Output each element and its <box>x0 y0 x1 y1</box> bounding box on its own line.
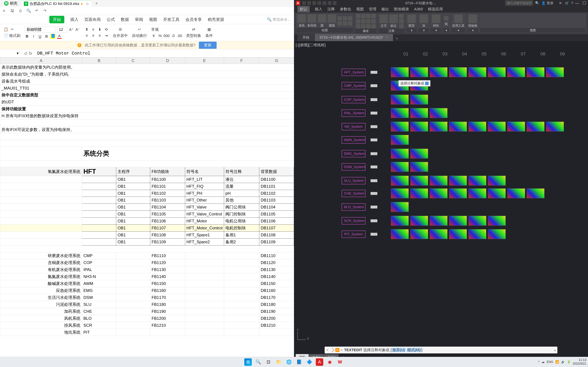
wps-taskbar-icon[interactable]: W <box>336 358 344 366</box>
autocad-taskbar-icon[interactable]: A <box>316 358 323 366</box>
table-row[interactable]: 含铜废水处理系统COPFB1120DB1120 <box>0 259 294 266</box>
drawing-thumbnail[interactable] <box>468 108 486 118</box>
table-row[interactable]: 应急处理系统EMGFB1160DB1160 <box>0 287 294 294</box>
percent-icon[interactable]: % <box>158 33 163 38</box>
cell[interactable]: 符号注释 <box>224 167 259 176</box>
cell[interactable]: 表示此数据块内的变量为PLC内部使用。 <box>0 64 294 71</box>
drawing-thumbnail[interactable] <box>410 162 428 172</box>
table-row[interactable]: OB1FB1100HFT_LIT液位DB1100 <box>0 176 294 183</box>
acad-search[interactable]: 键入关键字或短语 <box>505 0 533 6</box>
system-label[interactable]: PIT_System <box>342 231 365 238</box>
mini-tool-icon[interactable] <box>366 14 371 18</box>
tool-dimension[interactable]: 标注 <box>389 15 398 28</box>
drawing-thumbnail[interactable] <box>507 67 525 77</box>
align-center-icon[interactable]: ≡ <box>91 33 96 38</box>
panel-title[interactable]: 注释 <box>378 29 405 33</box>
panel-title[interactable]: 绘图 <box>296 28 353 33</box>
wrap-icon[interactable]: ↵ <box>137 27 142 32</box>
drawing-thumbnail[interactable] <box>410 122 428 132</box>
print-icon[interactable]: ⎙ <box>18 8 23 13</box>
drawing-thumbnail[interactable] <box>430 229 448 239</box>
menu-insert[interactable]: 插入 <box>315 7 322 12</box>
drawing-thumbnail[interactable] <box>391 202 409 212</box>
mini-tool-icon[interactable] <box>361 24 365 29</box>
redo-icon[interactable] <box>333 1 337 5</box>
drawing-thumbnail[interactable] <box>430 95 448 104</box>
drawing-thumbnail[interactable] <box>410 67 428 77</box>
modify-tools[interactable] <box>356 14 376 29</box>
mini-tool-icon[interactable] <box>399 14 404 18</box>
battery-icon[interactable]: 🔋 <box>567 360 571 364</box>
menu-view[interactable]: 视图 <box>149 17 157 22</box>
system-row[interactable]: EMG_System████ <box>342 148 564 159</box>
system-label[interactable]: BLO_System <box>342 203 365 211</box>
drawing-thumbnail[interactable] <box>468 162 486 172</box>
indent-icon[interactable]: ⇥ <box>104 33 109 38</box>
type-conv-label[interactable]: 类型转换 <box>186 33 201 38</box>
dec-font-icon[interactable]: A⁻ <box>75 27 80 32</box>
drawing-thumbnail[interactable] <box>507 108 525 118</box>
drawing-thumbnail[interactable] <box>391 216 409 226</box>
align-left-icon[interactable]: ≡ <box>84 33 89 38</box>
col-header[interactable]: G <box>259 58 294 64</box>
plot-icon[interactable] <box>323 1 326 5</box>
mini-tool-icon[interactable] <box>337 16 342 21</box>
panel-title[interactable]: 视图 <box>480 28 586 33</box>
cart-icon[interactable]: 🛒 <box>565 1 569 5</box>
menu-vip[interactable]: 会员专享 <box>185 17 202 22</box>
system-row[interactable]: DSW_System████ <box>342 161 564 173</box>
drawing-thumbnail[interactable] <box>488 108 506 118</box>
tool-arc[interactable]: 圆弧 <box>328 14 336 27</box>
chevron-down-icon[interactable]: ▾ <box>341 349 343 352</box>
drawing-thumbnail[interactable] <box>468 229 486 239</box>
system-label[interactable]: SLU_System <box>342 177 365 184</box>
cell[interactable]: 所有IFIX可设定参数，设置为掉电保持。 <box>0 126 294 133</box>
drawing-thumbnail[interactable] <box>507 149 525 158</box>
table-row[interactable]: 研磨废水处理系统CMPFB1110DB1110 <box>0 252 294 259</box>
undo-icon[interactable]: ↶ <box>34 8 39 13</box>
drawing-thumbnail[interactable] <box>430 149 448 158</box>
redo-icon[interactable]: ↷ <box>43 8 47 13</box>
panel-title[interactable]: ▾ <box>467 28 478 33</box>
drawing-thumbnail[interactable] <box>527 67 545 77</box>
drawing-thumbnail[interactable] <box>507 162 525 172</box>
dec-inc-icon[interactable]: .0 <box>171 33 175 38</box>
panel-title[interactable]: ▾ <box>406 28 417 33</box>
update-button[interactable]: 更新 <box>199 42 216 49</box>
cell[interactable]: 保持功能设置 <box>0 106 294 112</box>
drawing-thumbnail[interactable] <box>468 188 486 198</box>
cmd-expand-icon[interactable]: ▴ <box>554 349 556 352</box>
drawing-thumbnail[interactable] <box>468 176 486 185</box>
cell[interactable]: FB功能块 <box>150 167 185 176</box>
drawing-thumbnail[interactable] <box>410 229 428 239</box>
mini-tool-icon[interactable] <box>356 19 360 24</box>
drawing-thumbnail[interactable] <box>449 162 467 172</box>
tool-text[interactable]: 文字 <box>380 15 388 28</box>
wps-tab-daoke[interactable]: 稻 稻壳 <box>2 0 20 7</box>
maximize-icon[interactable]: ☐ <box>583 1 586 5</box>
drawing-thumbnail[interactable] <box>391 135 409 145</box>
table-row[interactable]: OB1FB1106HFT_Motor电机公用块DB1106 <box>0 218 294 225</box>
table-row[interactable]: OB1FB1103HFT_Other其他DB1103 <box>0 197 294 204</box>
menu-featured[interactable]: 精选应用 <box>428 7 443 12</box>
fx-label[interactable]: ⊙ fx <box>20 51 35 56</box>
drawing-thumbnail[interactable] <box>488 122 506 132</box>
doc-tab-start[interactable]: 开始 <box>297 34 314 41</box>
type-conv-icon[interactable]: ⇄ <box>191 27 196 32</box>
draw-mini-tools[interactable] <box>337 16 352 26</box>
drawing-thumbnail[interactable] <box>546 188 564 198</box>
mini-tool-icon[interactable] <box>399 19 404 24</box>
col-header[interactable]: C <box>116 58 150 64</box>
system-label[interactable]: CHE_System <box>342 190 365 197</box>
table-row[interactable]: OB1FB1108HFT_Spare1备用1DB1108 <box>0 232 294 239</box>
menu-res[interactable]: 稻壳资源 <box>208 17 224 22</box>
drawing-thumbnail[interactable] <box>546 202 564 212</box>
drawing-thumbnail[interactable] <box>488 81 506 91</box>
explorer-icon[interactable]: 📁 <box>275 358 282 366</box>
col-header[interactable]: B <box>82 58 116 64</box>
system-label[interactable]: COP_System <box>342 96 365 103</box>
wps-tab-file[interactable]: S 合肥晶合PLC IO list 0919.xlsx ● ⊖ <box>21 0 91 7</box>
table-row[interactable]: 生活污水处理系统DSWFB1170DB1170 <box>0 294 294 301</box>
panel-title[interactable]: 修改 <box>355 29 377 33</box>
drawing-thumbnail[interactable] <box>391 149 409 158</box>
